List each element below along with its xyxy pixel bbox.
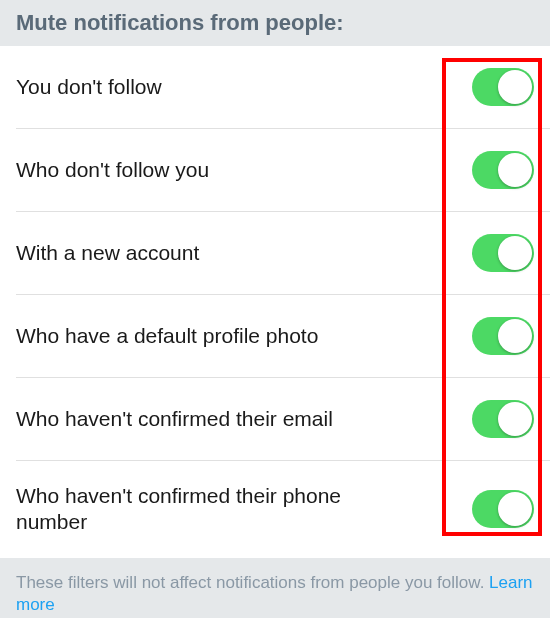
row-label: You don't follow [16,74,162,100]
toggle-dont-follow-you[interactable] [472,151,534,189]
footer-description: These filters will not affect notificati… [16,572,534,618]
mute-row-unconfirmed-email: Who haven't confirmed their email [0,378,550,460]
toggle-unconfirmed-email[interactable] [472,400,534,438]
section-title: Mute notifications from people: [16,10,534,36]
row-label: Who have a default profile photo [16,323,318,349]
mute-row-dont-follow-you: Who don't follow you [0,129,550,211]
toggle-you-dont-follow[interactable] [472,68,534,106]
toggle-unconfirmed-phone[interactable] [472,490,534,528]
mute-settings-list: You don't follow Who don't follow you Wi… [0,46,550,558]
mute-row-you-dont-follow: You don't follow [0,46,550,128]
toggle-knob [498,70,532,104]
mute-row-default-photo: Who have a default profile photo [0,295,550,377]
toggle-default-photo[interactable] [472,317,534,355]
toggle-knob [498,402,532,436]
mute-row-unconfirmed-phone: Who haven't confirmed their phone number [0,461,550,558]
footer: These filters will not affect notificati… [0,558,550,619]
row-label: Who don't follow you [16,157,209,183]
toggle-knob [498,319,532,353]
toggle-knob [498,236,532,270]
toggle-new-account[interactable] [472,234,534,272]
row-label: With a new account [16,240,199,266]
row-label: Who haven't confirmed their email [16,406,333,432]
footer-text: These filters will not affect notificati… [16,573,489,592]
section-header: Mute notifications from people: [0,0,550,46]
toggle-knob [498,492,532,526]
mute-row-new-account: With a new account [0,212,550,294]
row-label: Who haven't confirmed their phone number [16,483,376,536]
toggle-knob [498,153,532,187]
